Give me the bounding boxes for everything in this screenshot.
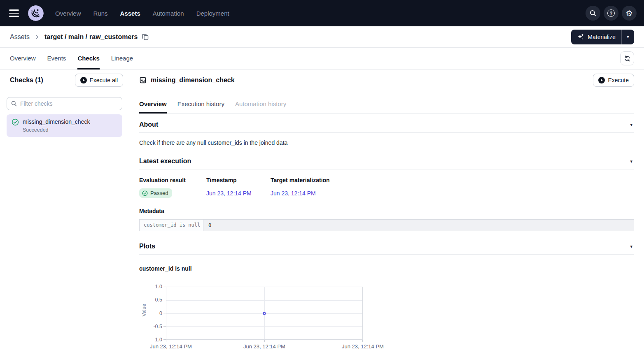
column-evaluation-result: Evaluation result bbox=[139, 177, 206, 183]
metadata-plot: Value 1.0 0.5 0 -0.5 -1.0 bbox=[139, 287, 634, 350]
dagster-logo-icon[interactable] bbox=[28, 5, 44, 21]
column-timestamp: Timestamp bbox=[206, 177, 271, 183]
chevron-right-icon bbox=[34, 34, 40, 40]
plots-section-header: Plots ▾ bbox=[139, 243, 634, 255]
latest-execution-section-header: Latest execution ▾ bbox=[139, 158, 634, 169]
tab-events[interactable]: Events bbox=[47, 48, 66, 69]
y-tick: 1.0 bbox=[155, 284, 162, 290]
about-heading: About bbox=[139, 121, 158, 128]
x-tick: Jun 23, 12:14 PM bbox=[342, 343, 384, 350]
about-section-header: About ▾ bbox=[139, 121, 634, 133]
column-target-materialization: Target materialization bbox=[271, 177, 634, 183]
breadcrumb-asset-path[interactable]: target / main / bbox=[44, 33, 87, 41]
copy-icon bbox=[142, 33, 149, 41]
plots-heading: Plots bbox=[139, 243, 155, 250]
primary-nav: Overview Runs Assets Automation Deployme… bbox=[55, 10, 229, 17]
check-detail-panel: missing_dimension_check Execute Overview… bbox=[129, 70, 644, 350]
search-icon bbox=[589, 9, 597, 17]
copy-asset-key-button[interactable] bbox=[142, 33, 149, 41]
check-status: Succeeded bbox=[23, 127, 117, 133]
metadata-key: customer_id is null bbox=[140, 220, 203, 231]
content-body: Checks (1) Execute all bbox=[0, 70, 644, 350]
chevron-down-icon: ▾ bbox=[627, 35, 629, 39]
tab-checks[interactable]: Checks bbox=[77, 48, 99, 69]
check-detail-content: Overview Execution history Automation hi… bbox=[129, 91, 644, 350]
plot-title: customer_id is null bbox=[139, 265, 634, 272]
materialize-button[interactable]: Materialize bbox=[571, 30, 621, 44]
hamburger-menu-icon[interactable] bbox=[6, 5, 22, 21]
filter-checks-input[interactable] bbox=[7, 97, 122, 110]
metadata-table: customer_id is null 0 bbox=[139, 219, 634, 231]
tab-overview[interactable]: Overview bbox=[10, 48, 36, 69]
sparkle-icon bbox=[577, 33, 584, 40]
help-button[interactable]: ? bbox=[604, 6, 618, 21]
top-nav-bar: Overview Runs Assets Automation Deployme… bbox=[0, 0, 644, 26]
play-icon bbox=[598, 77, 605, 83]
nav-item-overview[interactable]: Overview bbox=[55, 10, 81, 17]
search-button[interactable] bbox=[586, 6, 600, 21]
tab-automation-history: Automation history bbox=[235, 95, 286, 113]
check-success-icon bbox=[142, 190, 148, 196]
check-description: Check if there are any null customer_ids… bbox=[139, 139, 634, 146]
data-point[interactable] bbox=[263, 312, 266, 315]
execute-all-button[interactable]: Execute all bbox=[75, 74, 123, 87]
refresh-button[interactable] bbox=[620, 51, 634, 65]
collapse-caret-icon[interactable]: ▾ bbox=[628, 159, 634, 164]
checks-sidebar-header: Checks (1) Execute all bbox=[0, 70, 129, 91]
check-detail-header: missing_dimension_check Execute bbox=[129, 70, 644, 91]
check-detail-title: missing_dimension_check bbox=[151, 76, 235, 84]
nav-item-runs[interactable]: Runs bbox=[93, 10, 108, 17]
breadcrumb-assets-link[interactable]: Assets bbox=[10, 33, 30, 41]
checks-list-container: missing_dimension_check Succeeded bbox=[0, 91, 129, 143]
gear-icon: ⚙ bbox=[625, 9, 632, 17]
settings-button[interactable]: ⚙ bbox=[622, 6, 637, 21]
checks-sidebar: Checks (1) Execute all bbox=[0, 70, 129, 350]
breadcrumb-asset-name: raw_customers bbox=[89, 33, 138, 41]
check-detail-tabs: Overview Execution history Automation hi… bbox=[139, 91, 634, 114]
timestamp-link[interactable]: Jun 23, 12:14 PM bbox=[206, 190, 271, 197]
metadata-value: 0 bbox=[203, 220, 634, 231]
x-tick: Jun 23, 12:14 PM bbox=[243, 343, 285, 350]
filter-checks-box bbox=[7, 97, 122, 110]
check-success-icon bbox=[12, 118, 19, 126]
materialize-label: Materialize bbox=[588, 34, 616, 40]
collapse-caret-icon[interactable]: ▾ bbox=[628, 122, 634, 127]
top-nav-actions: ? ⚙ bbox=[586, 6, 637, 21]
tab-lineage[interactable]: Lineage bbox=[111, 48, 133, 69]
asset-check-icon bbox=[139, 76, 147, 84]
check-name: missing_dimension_check bbox=[23, 118, 117, 125]
tab-check-overview[interactable]: Overview bbox=[139, 95, 167, 113]
x-tick: Jun 23, 12:14 PM bbox=[150, 343, 192, 350]
help-icon: ? bbox=[607, 9, 615, 17]
breadcrumb-row: Assets target / main / raw_customers Mat… bbox=[0, 26, 644, 48]
refresh-icon bbox=[624, 55, 631, 62]
target-materialization-link[interactable]: Jun 23, 12:14 PM bbox=[271, 190, 634, 197]
latest-execution-table: Evaluation result Timestamp Target mater… bbox=[139, 177, 634, 198]
execute-button[interactable]: Execute bbox=[593, 74, 634, 87]
collapse-caret-icon[interactable]: ▾ bbox=[628, 244, 634, 249]
nav-item-deployment[interactable]: Deployment bbox=[196, 10, 229, 17]
metadata-heading: Metadata bbox=[139, 208, 634, 214]
y-tick: -0.5 bbox=[153, 324, 162, 329]
checks-count-title: Checks (1) bbox=[10, 76, 43, 84]
status-badge: Passed bbox=[139, 188, 172, 198]
plot-area bbox=[166, 287, 363, 340]
check-list-item[interactable]: missing_dimension_check Succeeded bbox=[7, 114, 122, 137]
y-tick: 0.5 bbox=[155, 297, 162, 303]
tab-execution-history[interactable]: Execution history bbox=[177, 95, 224, 113]
asset-tabs: Overview Events Checks Lineage bbox=[0, 48, 644, 70]
search-icon bbox=[11, 100, 17, 107]
dagster-asset-checks-page: Overview Runs Assets Automation Deployme… bbox=[0, 0, 644, 350]
y-axis-ticks: 1.0 0.5 0 -0.5 -1.0 bbox=[139, 287, 162, 340]
y-tick: 0 bbox=[159, 311, 162, 316]
x-axis-ticks: Jun 23, 12:14 PM Jun 23, 12:14 PM Jun 23… bbox=[166, 343, 363, 350]
materialize-dropdown-button[interactable]: ▾ bbox=[622, 30, 634, 44]
latest-execution-heading: Latest execution bbox=[139, 158, 191, 165]
play-icon bbox=[80, 77, 87, 83]
materialize-split-button: Materialize ▾ bbox=[571, 30, 634, 44]
nav-item-automation[interactable]: Automation bbox=[153, 10, 184, 17]
y-tick: -1.0 bbox=[153, 337, 162, 343]
nav-item-assets[interactable]: Assets bbox=[120, 10, 140, 17]
